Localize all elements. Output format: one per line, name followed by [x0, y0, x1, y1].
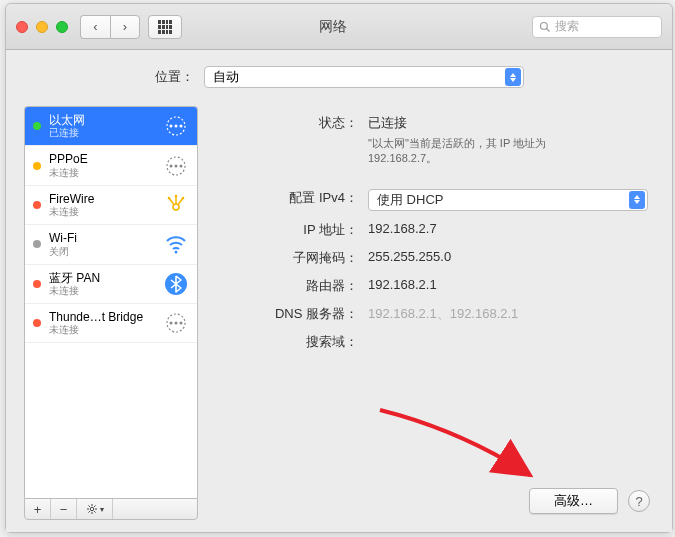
svg-point-17: [175, 251, 178, 254]
svg-point-23: [90, 507, 94, 511]
status-detail: "以太网"当前是活跃的，其 IP 地址为 192.168.2.7。: [368, 136, 608, 167]
sidebar-item-wifi[interactable]: Wi-Fi 关闭: [25, 225, 197, 264]
mask-value: 255.255.255.0: [368, 249, 650, 267]
row-mask: 子网掩码： 255.255.255.0: [218, 249, 650, 267]
sidebar-item-label: Wi-Fi: [49, 231, 155, 245]
router-label: 路由器：: [218, 277, 368, 295]
dns-value: 192.168.2.1、192.168.2.1: [368, 305, 650, 323]
svg-line-30: [88, 511, 89, 512]
svg-point-10: [173, 204, 179, 210]
sidebar-item-pppoe[interactable]: PPPoE 未连接: [25, 146, 197, 185]
firewire-icon: [163, 192, 189, 218]
searchdomain-value: [368, 333, 650, 351]
svg-point-14: [175, 195, 178, 198]
gear-icon: [86, 503, 98, 515]
wifi-icon: [163, 231, 189, 257]
status-dot: [33, 162, 41, 170]
dns-label: DNS 服务器：: [218, 305, 368, 323]
svg-line-29: [94, 511, 95, 512]
config-label: 配置 IPv4：: [218, 189, 368, 211]
svg-line-31: [94, 505, 95, 506]
preferences-window: ‹ › 网络 搜索 位置： 自动: [5, 3, 673, 533]
row-ip: IP 地址： 192.168.2.7: [218, 221, 650, 239]
sidebar-item-status: 未连接: [49, 324, 155, 336]
svg-point-4: [175, 125, 178, 128]
searchdomain-label: 搜索域：: [218, 333, 368, 351]
sidebar-item-label: 蓝牙 PAN: [49, 271, 155, 285]
window-title: 网络: [134, 18, 532, 36]
search-icon: [539, 21, 551, 33]
status-dot: [33, 280, 41, 288]
sidebar-item-ethernet[interactable]: 以太网 已连接: [25, 107, 197, 146]
row-config: 配置 IPv4： 使用 DHCP: [218, 189, 650, 211]
svg-point-20: [170, 322, 173, 325]
location-row: 位置： 自动: [24, 66, 654, 88]
search-input[interactable]: 搜索: [532, 16, 662, 38]
add-service-button[interactable]: +: [25, 499, 51, 519]
nav-buttons: ‹ ›: [80, 15, 140, 39]
ip-value: 192.168.2.7: [368, 221, 650, 239]
sidebar-footer: + − ▾: [24, 498, 198, 520]
ethernet-icon: [163, 113, 189, 139]
main-area: 以太网 已连接 PPPoE 未连接: [24, 106, 654, 520]
chevron-down-icon: ▾: [100, 505, 104, 514]
ethernet-icon: [163, 153, 189, 179]
svg-point-9: [180, 164, 183, 167]
sidebar-item-status: 关闭: [49, 246, 155, 258]
row-router: 路由器： 192.168.2.1: [218, 277, 650, 295]
sidebar-item-label: 以太网: [49, 113, 155, 127]
config-value: 使用 DHCP: [377, 191, 443, 209]
sidebar-item-label: FireWire: [49, 192, 155, 206]
svg-point-8: [175, 164, 178, 167]
sidebar-item-status: 未连接: [49, 167, 155, 179]
content: 位置： 自动 以太网 已连接: [6, 50, 672, 532]
minimize-button[interactable]: [36, 21, 48, 33]
svg-point-15: [168, 197, 171, 200]
sidebar-item-status: 已连接: [49, 127, 155, 139]
advanced-button[interactable]: 高级…: [529, 488, 618, 514]
back-button[interactable]: ‹: [80, 15, 110, 39]
chevron-updown-icon: [505, 68, 521, 86]
svg-point-3: [170, 125, 173, 128]
sidebar-item-bluetooth[interactable]: 蓝牙 PAN 未连接: [25, 265, 197, 304]
help-button[interactable]: ?: [628, 490, 650, 512]
status-dot: [33, 122, 41, 130]
row-status: 状态： 已连接 "以太网"当前是活跃的，其 IP 地址为 192.168.2.7…: [218, 114, 650, 167]
location-label: 位置：: [155, 68, 194, 86]
location-select[interactable]: 自动: [204, 66, 524, 88]
config-ipv4-select[interactable]: 使用 DHCP: [368, 189, 648, 211]
bluetooth-icon: [163, 271, 189, 297]
sidebar-item-firewire[interactable]: FireWire 未连接: [25, 186, 197, 225]
svg-line-28: [88, 505, 89, 506]
detail-pane: 状态： 已连接 "以太网"当前是活跃的，其 IP 地址为 192.168.2.7…: [214, 106, 654, 520]
sidebar-item-status: 未连接: [49, 285, 155, 297]
remove-service-button[interactable]: −: [51, 499, 77, 519]
location-value: 自动: [213, 68, 239, 86]
search-placeholder: 搜索: [555, 18, 579, 35]
svg-point-5: [180, 125, 183, 128]
sidebar-wrap: 以太网 已连接 PPPoE 未连接: [24, 106, 198, 520]
router-value: 192.168.2.1: [368, 277, 650, 295]
ethernet-icon: [163, 310, 189, 336]
zoom-button[interactable]: [56, 21, 68, 33]
sidebar-item-status: 未连接: [49, 206, 155, 218]
sidebar-item-thunderbolt[interactable]: Thunde…t Bridge 未连接: [25, 304, 197, 343]
status-label: 状态：: [218, 114, 368, 167]
status-dot: [33, 201, 41, 209]
sidebar-item-label: Thunde…t Bridge: [49, 310, 155, 324]
status-dot: [33, 319, 41, 327]
sidebar-item-label: PPPoE: [49, 152, 155, 166]
chevron-updown-icon: [629, 191, 645, 209]
svg-point-0: [541, 22, 548, 29]
mask-label: 子网掩码：: [218, 249, 368, 267]
sidebar: 以太网 已连接 PPPoE 未连接: [24, 106, 198, 498]
svg-point-22: [180, 322, 183, 325]
row-searchdomain: 搜索域：: [218, 333, 650, 351]
action-menu-button[interactable]: ▾: [77, 499, 113, 519]
traffic-lights: [16, 21, 68, 33]
status-dot: [33, 240, 41, 248]
ip-label: IP 地址：: [218, 221, 368, 239]
titlebar: ‹ › 网络 搜索: [6, 4, 672, 50]
close-button[interactable]: [16, 21, 28, 33]
row-dns: DNS 服务器： 192.168.2.1、192.168.2.1: [218, 305, 650, 323]
